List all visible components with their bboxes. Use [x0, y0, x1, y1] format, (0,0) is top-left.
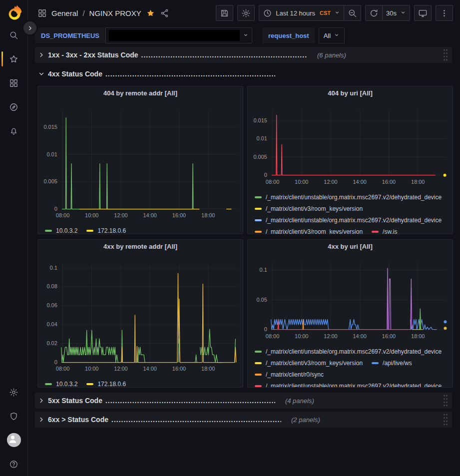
breadcrumb-divider: / — [82, 9, 84, 17]
row-header-1xx-3xx-2xx[interactable]: 1xx - 3xx - 2xx Status Code ............… — [35, 47, 452, 63]
time-series-chart[interactable]: 00.0050.010.01508:0010:0012:0014:0016:00… — [248, 99, 453, 190]
row-panel-count: (4 panels) — [285, 397, 314, 405]
legend-item[interactable]: /_matrix/client/unstable/org.matrix.msc2… — [255, 383, 442, 388]
dashboard-header: General / NGINX PROXY Last 1 — [27, 0, 460, 26]
share-icon[interactable] — [160, 8, 169, 18]
chevron-down-icon — [38, 70, 45, 77]
time-series-chart[interactable]: 00.020.040.060.080.108:0010:0012:0014:00… — [38, 253, 243, 377]
zoom-out-time-button[interactable] — [344, 5, 361, 21]
row-drag-handle[interactable] — [443, 48, 448, 61]
panel-title[interactable]: 4xx by remote addr [All] — [38, 240, 243, 253]
legend-swatch — [255, 362, 262, 364]
legend-item[interactable]: /sw.js — [372, 228, 397, 234]
row-leader-dots: ........................................… — [105, 70, 275, 78]
legend-item[interactable]: /api/live/ws — [372, 360, 412, 367]
legend-item[interactable]: /_matrix/client/v3/room_keys/version — [255, 360, 363, 367]
legend-swatch — [255, 374, 262, 376]
row-header-4xx[interactable]: 4xx Status Code ........................… — [35, 66, 452, 82]
sidebar-item-dashboards[interactable] — [0, 71, 27, 95]
row-header-6xx[interactable]: 6xx > Status Code ......................… — [35, 412, 452, 428]
legend-item[interactable]: /_matrix/client/unstable/org.matrix.msc2… — [255, 348, 442, 355]
breadcrumb-section[interactable]: General — [51, 9, 78, 17]
variable-value-request-host[interactable]: All — [319, 27, 345, 43]
more-options-button[interactable] — [436, 5, 453, 21]
cycle-view-mode-button[interactable] — [414, 5, 432, 21]
sidebar-item-configuration[interactable] — [0, 380, 27, 404]
svg-text:18:00: 18:00 — [411, 333, 425, 339]
sidebar-expand-button[interactable] — [22, 20, 38, 36]
sidebar-item-help[interactable] — [0, 452, 27, 476]
time-series-chart[interactable]: 00.0050.010.01508:0010:0012:0014:0016:00… — [38, 99, 243, 224]
svg-text:12:00: 12:00 — [114, 366, 127, 372]
refresh-button[interactable] — [365, 5, 383, 21]
legend-label: 172.18.0.6 — [97, 381, 126, 388]
panel-4xx-by-uri: 4xx by uri [All] 00.050.108:0010:0012:00… — [247, 239, 453, 388]
legend-item[interactable]: /_matrix/client/unstable/org.matrix.msc2… — [255, 194, 442, 201]
grafana-dashboard: General / NGINX PROXY Last 1 — [0, 0, 460, 476]
legend-item[interactable]: /_matrix/client/unstable/org.matrix.msc2… — [255, 217, 442, 224]
legend-label: /_matrix/client/v3/room_keys/version — [266, 360, 363, 367]
legend-item[interactable]: /_matrix/client/v3/room_keys/version — [255, 205, 363, 212]
legend-item[interactable]: 172.18.0.6 — [86, 227, 126, 234]
legend-item[interactable]: 172.18.0.6 — [86, 381, 126, 388]
apps-grid-icon[interactable] — [37, 8, 47, 18]
star-filled-icon[interactable] — [146, 8, 155, 18]
grafana-logo-icon[interactable] — [4, 3, 23, 23]
svg-text:18:00: 18:00 — [201, 212, 215, 218]
svg-text:12:00: 12:00 — [114, 212, 127, 218]
panel-title[interactable]: 404 by uri [All] — [248, 86, 453, 99]
sidebar-item-alerting[interactable] — [0, 119, 27, 143]
legend-row: /_matrix/client/unstable/org.matrix.msc2… — [255, 191, 449, 203]
variable-label-request-host[interactable]: request_host — [262, 27, 315, 43]
time-controls: Last 12 hours CST — [259, 5, 361, 21]
legend-label: /_matrix/client/unstable/org.matrix.msc2… — [266, 217, 442, 224]
sidebar-item-explore[interactable] — [0, 95, 27, 119]
legend-label: 10.0.3.2 — [56, 381, 77, 388]
row-title: 5xx Status Code — [48, 397, 102, 405]
legend-swatch — [255, 351, 262, 353]
variable-label-ds-prometheus[interactable]: DS_PROMETHEUS — [35, 27, 105, 43]
kebab-menu-icon — [440, 8, 449, 18]
chevron-down-icon — [334, 32, 340, 39]
legend-swatch — [255, 208, 262, 210]
panel-title[interactable]: 404 by remote addr [All] — [38, 86, 243, 99]
chart-legend: 10.0.3.2172.18.0.6 — [38, 377, 243, 387]
panel-title[interactable]: 4xx by uri [All] — [248, 240, 453, 253]
time-series-chart[interactable]: 00.050.108:0010:0012:0014:0016:0018:00 — [248, 253, 453, 345]
shield-icon — [9, 412, 18, 421]
star-outline-icon — [9, 54, 18, 64]
svg-text:0.05: 0.05 — [257, 297, 267, 303]
legend-swatch — [255, 196, 262, 198]
time-range-picker[interactable]: Last 12 hours CST — [259, 5, 344, 21]
legend-swatch — [255, 231, 262, 233]
row-header-5xx[interactable]: 5xx Status Code ........................… — [35, 393, 452, 409]
variable-value-ds-prometheus[interactable] — [105, 27, 252, 43]
svg-text:0.01: 0.01 — [47, 151, 57, 157]
request-host-value: All — [324, 32, 331, 39]
legend-label: /_matrix/client/r0/sync — [266, 371, 324, 378]
svg-text:14:00: 14:00 — [353, 333, 367, 339]
sidebar-item-starred[interactable] — [0, 47, 27, 71]
row-leader-dots: ........................................… — [105, 397, 275, 405]
clock-icon — [263, 8, 272, 18]
legend-item[interactable]: /_matrix/client/r0/sync — [255, 371, 324, 378]
sidebar-item-profile[interactable] — [0, 428, 27, 452]
sidebar-item-server-admin[interactable] — [0, 404, 27, 428]
row-drag-handle[interactable] — [443, 413, 448, 426]
save-dashboard-button[interactable] — [216, 5, 233, 21]
row-drag-handle[interactable] — [443, 394, 448, 407]
monitor-icon — [418, 8, 428, 18]
dashboard-title[interactable]: NGINX PROXY — [89, 9, 141, 17]
legend-item[interactable]: 10.0.3.2 — [45, 227, 77, 234]
legend-item[interactable]: /_matrix/client/v3/room_keys/version — [255, 228, 363, 234]
svg-text:16:00: 16:00 — [382, 179, 396, 185]
legend-row: /_matrix/client/r0/sync — [255, 369, 449, 380]
legend-swatch — [45, 383, 52, 385]
chevron-right-icon — [38, 416, 45, 423]
dashboard-settings-button[interactable] — [237, 5, 255, 21]
legend-label: /sw.js — [383, 228, 397, 234]
legend-item[interactable]: 10.0.3.2 — [45, 381, 77, 388]
legend-label: 172.18.0.6 — [97, 227, 126, 234]
refresh-interval-picker[interactable]: 30s — [383, 5, 410, 21]
legend-label: /_matrix/client/v3/room_keys/version — [266, 228, 363, 234]
